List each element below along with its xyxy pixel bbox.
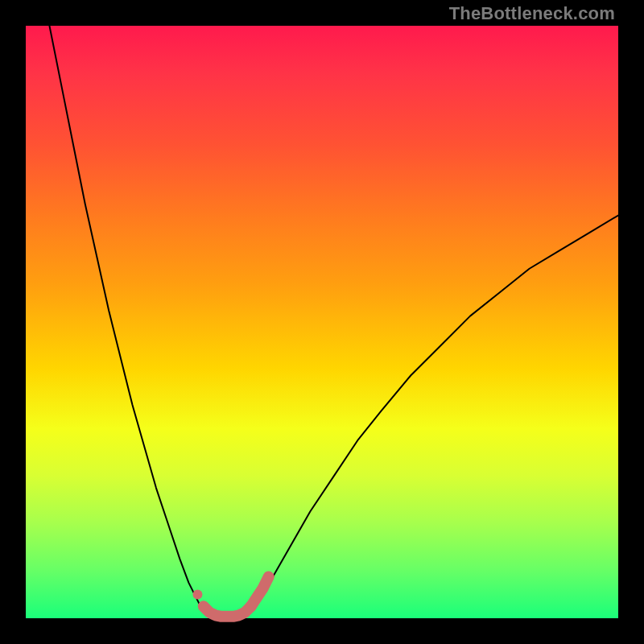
series-valley-highlight-left xyxy=(204,606,251,617)
series-valley-highlight-dot xyxy=(192,590,202,600)
series-left-branch xyxy=(49,26,203,613)
chart-svg xyxy=(26,26,618,618)
series-valley-highlight-right-tail xyxy=(251,576,269,606)
series-right-branch xyxy=(251,216,618,613)
watermark-text: TheBottleneck.com xyxy=(449,3,615,24)
outer-frame: TheBottleneck.com xyxy=(0,0,644,644)
